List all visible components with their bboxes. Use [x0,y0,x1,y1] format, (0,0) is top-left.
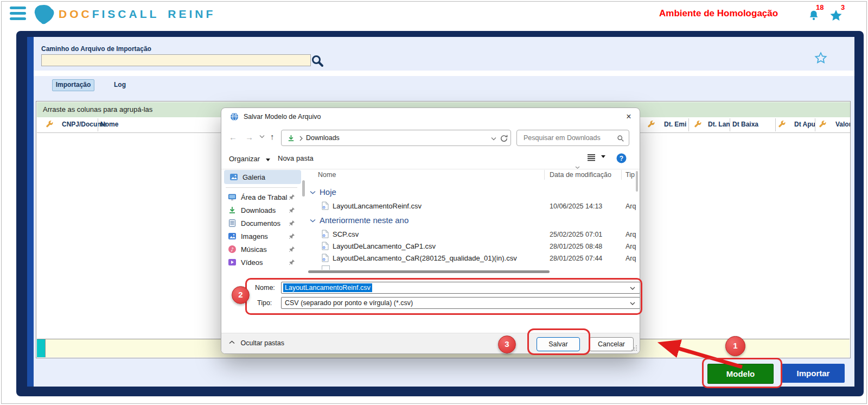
pin-icon [289,246,295,252]
column-settings-icon[interactable] [819,121,826,128]
recent-locations-chevron-icon[interactable] [259,135,265,138]
search-input[interactable]: Pesquisar em Downloads [516,130,629,146]
annotation-step-2: 2 [232,286,250,304]
importar-button[interactable]: Importar [782,364,845,383]
sidebar-item-desktop[interactable]: Área de Trabal [225,192,301,204]
file-name: LayoutDeLancamento_CaP1.csv [333,242,436,250]
column-header-dt-baixa[interactable]: Dt Baixa [732,121,758,128]
organize-button[interactable]: Organizar [229,154,270,164]
hide-folders-label: Ocultar pastas [240,339,284,347]
sidebar-item-imagens[interactable]: Imagens [225,231,301,243]
list-view-icon [587,154,596,161]
refresh-icon[interactable] [500,134,508,143]
column-settings-icon[interactable] [778,121,786,128]
annotation-box-save [527,328,590,355]
save-file-dialog: Salvar Modelo de Arquivo × ← → ↑ Downloa… [221,107,640,354]
sidebar-item-videos[interactable]: Vídeos [225,257,301,269]
column-settings-icon[interactable] [694,121,701,128]
video-icon [228,258,237,267]
notifications-button[interactable]: 18 [807,3,826,25]
sidebar-item-musicas[interactable]: ♪ Músicas [225,244,301,256]
sidebar-item-label: Vídeos [241,258,263,267]
sort-chevron-icon [575,166,580,169]
new-folder-button[interactable]: Nova pasta [278,154,314,162]
chevron-up-icon [229,340,235,344]
address-dropdown-chevron-icon[interactable] [491,137,496,141]
csv-file-icon [322,254,329,262]
sidebar-item-label: Imagens [241,232,268,241]
favorites-button[interactable]: 3 [829,3,848,25]
annotation-box-modelo [702,358,782,388]
sidebar-item-label: Documentos [241,219,280,227]
list-column-tipo[interactable]: Tip [626,171,635,179]
annotation-step-1: 1 [725,336,745,356]
cancel-button[interactable]: Cancelar [589,337,634,351]
top-header: DOCFISCALLREINF Ambiente de Homologação … [0,0,868,28]
hide-folders-button[interactable]: Ocultar pastas [229,338,284,349]
file-type: Arq [626,202,636,210]
column-settings-icon[interactable] [647,121,655,128]
address-bar[interactable]: Downloads [281,130,511,146]
sidebar-item-galeria[interactable]: Galeria [224,170,301,184]
globe-icon [230,112,239,121]
browse-file-button[interactable] [310,54,324,68]
pin-icon [289,220,295,226]
group-chevron-icon [310,191,316,194]
file-row[interactable]: SCP.csv 25/02/2025 07:01 Arq [306,229,638,239]
view-options-button[interactable] [587,154,610,163]
tab-log[interactable]: Log [114,81,126,88]
file-name: LayoutDeLancamento_CaR(280125_qualidade_… [333,254,517,262]
downloads-icon [228,206,237,214]
resize-grip[interactable] [631,345,637,351]
tab-importacao[interactable]: Importação [52,79,94,91]
annotation-step-3: 3 [498,336,516,353]
pin-icon [289,207,295,213]
pin-icon [289,233,295,239]
back-icon[interactable]: ← [229,132,237,143]
help-icon[interactable]: ? [616,153,627,163]
column-settings-icon[interactable] [46,121,53,128]
sidebar-separator [226,187,297,188]
column-header-nome[interactable]: Nome [100,121,118,128]
favorite-page-star-icon[interactable] [814,51,828,65]
list-column-nome[interactable]: Nome [318,171,336,179]
file-type: Arq [626,255,636,262]
forward-icon[interactable]: → [245,132,253,143]
search-icon[interactable] [617,135,624,142]
pin-icon [289,259,295,265]
up-icon[interactable]: ↑ [270,131,275,142]
import-path-input[interactable] [41,54,311,66]
file-type: Arq [626,231,636,238]
column-header-valor[interactable]: Valor [835,121,851,128]
sidebar-item-label: Galeria [242,173,265,181]
drag-columns-hint: Arraste as colunas para agrupá-las [43,105,152,113]
sidebar-scrollbar[interactable] [302,180,305,197]
sidebar-item-documentos[interactable]: Documentos [225,218,301,230]
breadcrumb-location[interactable]: Downloads [306,134,340,142]
group-header-anteriormente[interactable]: Anteriormente neste ano [306,215,637,226]
close-icon[interactable]: × [621,110,637,123]
toolbar-separator [221,169,640,169]
list-vertical-scrollbar[interactable] [636,171,638,192]
logo-doc: DOC [59,8,92,20]
column-header-dt-lan[interactable]: Dt. Lan [708,121,730,128]
group-header-hoje[interactable]: Hoje [306,187,637,198]
environment-label: Ambiente de Homologação [659,8,778,19]
sidebar-item-downloads[interactable]: Downloads [225,205,301,217]
gallery-icon [229,173,238,181]
annotation-box-fields [245,278,642,315]
panel-divider [34,71,854,76]
file-row[interactable]: LayoutDeLancamento_CaR(280125_qualidade_… [306,252,638,263]
csv-file-icon [322,242,329,250]
column-header-dt-apu[interactable]: Dt Apu [794,121,815,128]
chevron-down-icon [601,155,605,158]
hamburger-menu-button[interactable] [0,5,36,23]
file-row[interactable]: LayoutLancamentoReinf.csv 10/06/2025 14:… [306,200,638,211]
favorites-badge: 3 [841,3,845,11]
list-horizontal-scrollbar[interactable] [308,270,550,273]
column-header-dt-emi[interactable]: Dt. Emi [664,121,686,128]
file-row[interactable]: LayoutDeLancamento_CaP1.csv 28/01/2025 0… [306,241,638,251]
breadcrumb-chevron-icon [299,136,303,141]
list-column-modificacao[interactable]: Data de modificação [550,171,611,179]
desktop-icon [228,193,237,201]
